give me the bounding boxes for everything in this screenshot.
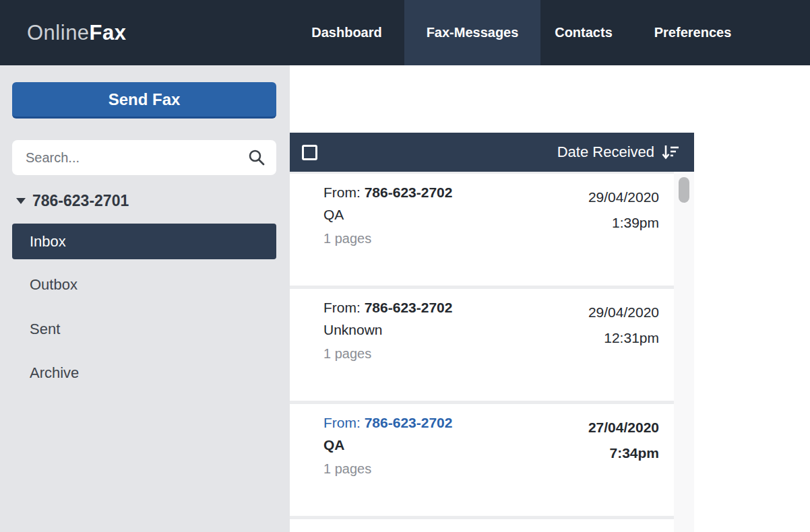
account-number-toggle[interactable]: 786-623-2701 (16, 192, 129, 210)
from-number: 786-623-2702 (365, 300, 453, 315)
from-number: 786-623-2702 (365, 185, 453, 200)
sidebar-item-inbox[interactable]: Inbox (12, 224, 276, 259)
onlinefax-app: OnlineFax Dashboard Fax-Messages Contact… (0, 0, 810, 532)
logo-text-bold: Fax (90, 21, 127, 45)
time-received: 1:39pm (588, 210, 659, 236)
page-count: 1 pages (323, 231, 452, 246)
sender-name: QA (323, 207, 452, 223)
select-all-checkbox[interactable] (302, 145, 317, 160)
nav-tab-preferences[interactable]: Preferences (640, 0, 745, 65)
list-scrollbar[interactable] (674, 172, 694, 532)
from-line: From: 786-623-2702 (323, 185, 452, 201)
sidebar-item-outbox[interactable]: Outbox (30, 276, 77, 294)
nav-tab-contacts[interactable]: Contacts (543, 0, 624, 65)
from-line: From: 786-623-2702 (323, 415, 452, 431)
nav-tab-dashboard[interactable]: Dashboard (298, 0, 396, 65)
sidebar: Send Fax 786-623-2701 Inbox Outbox Sent … (0, 65, 290, 532)
account-number: 786-623-2701 (32, 192, 129, 210)
send-fax-button[interactable]: Send Fax (12, 82, 276, 119)
date-received: 29/04/2020 (588, 185, 659, 210)
from-label: From: (323, 415, 361, 430)
sender-name: QA (323, 437, 452, 453)
page-count: 1 pages (323, 346, 452, 362)
time-received: 7:34pm (588, 440, 659, 466)
from-label: From: (323, 300, 361, 315)
sort-amount-down-icon (661, 143, 679, 162)
search-icon[interactable] (248, 149, 266, 166)
date-received: 27/04/2020 (588, 415, 659, 440)
page-count: 1 pages (323, 461, 452, 477)
folder-label: Inbox (30, 233, 66, 251)
caret-down-icon (16, 198, 26, 204)
sidebar-item-sent[interactable]: Sent (30, 321, 60, 338)
main-content: Date Received From: 786-623-2702 QA (290, 65, 810, 532)
sort-label: Date Received (557, 143, 654, 161)
sort-by-date-control[interactable]: Date Received (557, 143, 679, 162)
time-received: 12:31pm (588, 325, 659, 351)
search-input[interactable] (12, 140, 248, 175)
date-received: 29/04/2020 (588, 300, 659, 325)
nav-tab-fax-messages[interactable]: Fax-Messages (404, 0, 540, 65)
from-number: 786-623-2702 (365, 415, 453, 430)
fax-message-row-unread[interactable]: From: 786-623-2702 QA 1 pages 27/04/2020… (290, 404, 674, 516)
search-box (12, 140, 276, 175)
message-list-header: Date Received (290, 133, 694, 172)
list-scrollbar-thumb[interactable] (679, 177, 689, 203)
logo-text-normal: Online (27, 21, 90, 45)
fax-message-row[interactable]: From: 786-623-2702 QA 1 pages 29/04/2020… (290, 174, 674, 286)
fax-message-row-partial[interactable]: From: 786-623-2702 23/04/2020 (290, 519, 674, 532)
fax-message-row[interactable]: From: 786-623-2702 Unknown 1 pages 29/04… (290, 289, 674, 401)
top-navbar: OnlineFax Dashboard Fax-Messages Contact… (0, 0, 810, 65)
from-label: From: (323, 185, 361, 200)
sender-name: Unknown (323, 322, 452, 338)
from-line: From: 786-623-2702 (323, 300, 452, 316)
app-logo[interactable]: OnlineFax (27, 0, 127, 65)
sidebar-item-archive[interactable]: Archive (30, 364, 79, 382)
message-list: From: 786-623-2702 QA 1 pages 29/04/2020… (290, 172, 674, 532)
